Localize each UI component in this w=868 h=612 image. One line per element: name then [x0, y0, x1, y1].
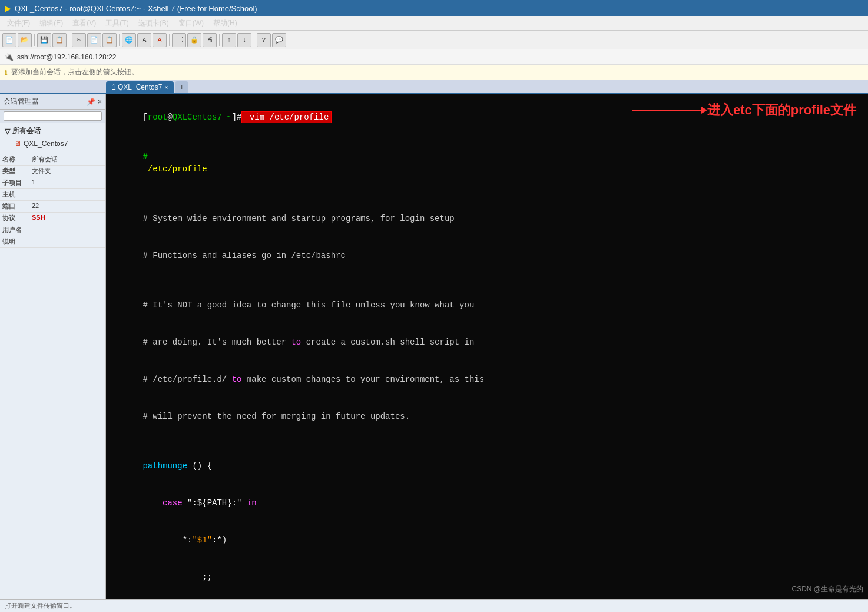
tab-bar: 1 QXL_Centos7 × + [0, 80, 868, 94]
prop-type: 类型 文件夹 [0, 166, 105, 177]
annotation: 进入etc下面的profile文件 [632, 101, 856, 119]
command-text: vim /etc/profile [241, 111, 332, 123]
menu-window[interactable]: 窗口(W) [174, 17, 208, 29]
group-label: 所有会话 [12, 126, 41, 136]
prop-protocol-key: 协议 [0, 213, 29, 224]
tab-close-icon[interactable]: × [164, 84, 168, 91]
blank-2 [113, 274, 861, 287]
prop-protocol: 协议 SSH [0, 213, 105, 224]
prop-host: 主机 [0, 189, 105, 201]
prop-username-key: 用户名 [0, 224, 29, 236]
prompt-host: QXLCentos7 [173, 113, 222, 122]
tb-cut[interactable]: ✂ [72, 33, 86, 47]
code-dsemi: ;; [113, 559, 861, 596]
prop-children-val: 1 [29, 177, 38, 188]
comment-5: # /etc/profile.d/ to make custom changes… [113, 361, 861, 398]
prop-type-val: 文件夹 [29, 166, 54, 177]
sidebar-all-sessions-group: ▽ 所有会话 🖥 QXL_Centos7 [0, 123, 105, 151]
menu-tools[interactable]: 工具(T) [101, 17, 133, 29]
tb-save[interactable]: 💾 [37, 33, 51, 47]
prop-port-val: 22 [29, 201, 41, 212]
menu-file[interactable]: 文件(F) [2, 17, 35, 29]
title-bar: ▶ QXL_Centos7 - root@QXLCentos7:~ - Xshe… [0, 0, 868, 16]
menu-bar: 文件(F) 编辑(E) 查看(V) 工具(T) 选项卡(B) 窗口(W) 帮助(… [0, 16, 868, 31]
address-bar: 🔌 ssh://root@192.168.160.128:22 [0, 49, 868, 65]
sidebar-item-qxl-centos7[interactable]: 🖥 QXL_Centos7 [2, 138, 103, 150]
comment-6: # will prevent the need for merging in f… [113, 398, 861, 435]
sidebar: 会话管理器 📌 × ▽ 所有会话 🖥 QXL_Centos7 名称 所有会话 [0, 94, 106, 599]
tab-qxl-centos7[interactable]: 1 QXL_Centos7 × [106, 81, 174, 93]
prop-port: 端口 22 [0, 201, 105, 213]
tb-download[interactable]: ↓ [237, 33, 251, 47]
tab-label: 1 QXL_Centos7 [112, 83, 162, 91]
tb-open[interactable]: 📂 [18, 33, 32, 47]
tb-sep1 [34, 34, 35, 46]
address-text: ssh://root@192.168.160.128:22 [17, 53, 116, 61]
window-title: QXL_Centos7 - root@QXLCentos7:~ - Xshell… [15, 4, 257, 13]
tb-color[interactable]: A [153, 33, 167, 47]
sidebar-pin-icon[interactable]: 📌 [87, 98, 95, 106]
tb-print[interactable]: 🖨 [203, 33, 217, 47]
sidebar-group-header[interactable]: ▽ 所有会话 [2, 124, 103, 138]
tb-copy[interactable]: 📄 [87, 33, 101, 47]
prop-host-val [29, 189, 34, 200]
prop-desc: 说明 [0, 236, 105, 248]
sidebar-search-input[interactable] [4, 111, 102, 121]
prop-username: 用户名 [0, 224, 105, 236]
tb-new[interactable]: 📄 [2, 33, 16, 47]
prop-children: 子项目 1 [0, 177, 105, 189]
comment-4: # are doing. It's much better to create … [113, 324, 861, 361]
prop-username-val [29, 224, 34, 236]
tb-help[interactable]: ? [257, 33, 271, 47]
prompt-user: root [148, 113, 168, 122]
code-case: case ":${PATH}:" in [113, 485, 861, 522]
tb-chat[interactable]: 💬 [272, 33, 286, 47]
tab-add-button[interactable]: + [175, 81, 188, 93]
terminal[interactable]: [root@QXLCentos7 ~]# vim /etc/profile 进入… [106, 94, 868, 599]
watermark: CSDN @生命是有光的 [791, 584, 863, 594]
code-glob2: *) [113, 596, 861, 599]
prompt-path: ~ [222, 113, 232, 122]
connection-icon: 🔌 [5, 53, 14, 61]
tb-font[interactable]: A [137, 33, 151, 47]
app-icon: ▶ [5, 4, 11, 13]
session-icon: 🖥 [14, 140, 21, 148]
prop-name-key: 名称 [0, 154, 29, 165]
comment-1: # System wide environment and startup pr… [113, 200, 861, 237]
sidebar-header: 会话管理器 📌 × [0, 94, 105, 110]
comment-3: # It's NOT a good idea to change this fi… [113, 287, 861, 324]
tb-lock[interactable]: 🔒 [187, 33, 201, 47]
code-pathmunge: pathmunge () { [113, 448, 861, 485]
tb-sep6 [254, 34, 254, 46]
terminal-file-header: # /etc/profile [113, 138, 861, 188]
tb-fullscreen[interactable]: ⛶ [172, 33, 186, 47]
tb-save2[interactable]: 📋 [52, 33, 67, 47]
prompt-bracket-open: [ [143, 113, 147, 122]
tb-connect[interactable]: 🌐 [122, 33, 136, 47]
sidebar-search-bar [0, 110, 105, 123]
prop-host-key: 主机 [0, 189, 29, 200]
tb-sep5 [219, 34, 220, 46]
menu-edit[interactable]: 编辑(E) [35, 17, 68, 29]
sidebar-title: 会话管理器 [4, 97, 39, 107]
toolbar: 📄 📂 💾 📋 ✂ 📄 📋 🌐 A A ⛶ 🔒 🖨 ↑ ↓ ? 💬 [0, 31, 868, 49]
comment-2: # Functions and aliases go in /etc/bashr… [113, 237, 861, 274]
menu-view[interactable]: 查看(V) [68, 17, 101, 29]
prop-name-val: 所有会话 [29, 154, 60, 165]
blank-1 [113, 188, 861, 200]
tb-sep4 [169, 34, 170, 46]
tb-sep3 [119, 34, 120, 46]
tb-paste[interactable]: 📋 [102, 33, 117, 47]
prop-desc-key: 说明 [0, 236, 29, 247]
expand-icon: ▽ [5, 127, 10, 135]
menu-tabs[interactable]: 选项卡(B) [134, 17, 174, 29]
notif-icon: ℹ [5, 68, 8, 77]
tb-sep2 [69, 34, 69, 46]
arrow-line [632, 110, 703, 111]
tb-upload[interactable]: ↑ [222, 33, 236, 47]
prop-desc-val [29, 236, 34, 247]
prop-protocol-val: SSH [29, 213, 48, 224]
sidebar-close-icon[interactable]: × [98, 98, 102, 106]
menu-help[interactable]: 帮助(H) [208, 17, 242, 29]
status-bar: 打开新建文件传输窗口。 [0, 599, 868, 612]
